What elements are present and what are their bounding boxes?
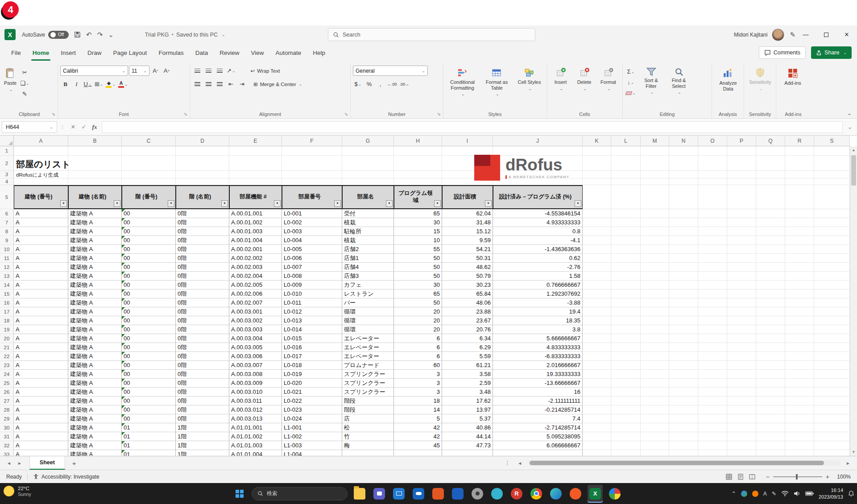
cell-L2[interactable] bbox=[611, 156, 641, 171]
column-header-K[interactable]: K bbox=[583, 136, 611, 146]
font-size-combo[interactable]: 11⌄ bbox=[129, 66, 149, 76]
cell-P23[interactable] bbox=[727, 361, 756, 370]
cell-M19[interactable] bbox=[641, 325, 669, 334]
cell-J33[interactable] bbox=[493, 450, 583, 456]
column-header-B[interactable]: B bbox=[68, 136, 122, 146]
cell-M1[interactable] bbox=[641, 146, 669, 156]
cell-K27[interactable] bbox=[583, 397, 611, 405]
row-number-32[interactable]: 32 bbox=[0, 441, 14, 450]
cell-G33[interactable] bbox=[342, 450, 394, 456]
bold-button[interactable]: B bbox=[60, 79, 70, 89]
cell-B24[interactable]: 建築物 A bbox=[68, 370, 122, 379]
cell-L7[interactable] bbox=[611, 218, 641, 227]
row-number-19[interactable]: 19 bbox=[0, 325, 14, 334]
cell-G9[interactable]: 植栽 bbox=[342, 236, 394, 245]
cell-P7[interactable] bbox=[727, 218, 756, 227]
cell-J28[interactable]: -0.214285714 bbox=[493, 405, 583, 414]
cell-N9[interactable] bbox=[669, 236, 698, 245]
start-button[interactable] bbox=[232, 485, 247, 503]
cell-M12[interactable] bbox=[641, 263, 669, 272]
cell-I23[interactable]: 61.21 bbox=[442, 361, 493, 370]
cell-D10[interactable]: 0階 bbox=[176, 245, 229, 254]
cell-N4[interactable] bbox=[669, 178, 698, 185]
cell-H25[interactable]: 3 bbox=[394, 379, 442, 388]
cell-O7[interactable] bbox=[698, 218, 727, 227]
cell-B13[interactable]: 建築物 A bbox=[68, 272, 122, 281]
tab-formulas[interactable]: Formulas bbox=[153, 44, 189, 62]
cell-B10[interactable]: 建築物 A bbox=[68, 245, 122, 254]
cell-G3[interactable] bbox=[342, 171, 394, 178]
cell-P32[interactable] bbox=[727, 441, 756, 450]
cell-L12[interactable] bbox=[611, 263, 641, 272]
cell-E24[interactable]: A.00.03.008 bbox=[229, 370, 282, 379]
cell-M27[interactable] bbox=[641, 397, 669, 405]
cell-J23[interactable]: 2.016666667 bbox=[493, 361, 583, 370]
cell-N17[interactable] bbox=[669, 307, 698, 316]
cell-N18[interactable] bbox=[669, 316, 698, 325]
cell-G6[interactable]: 受付 bbox=[342, 209, 394, 218]
cell-B5[interactable]: 建物 (名前)▼ bbox=[68, 185, 122, 209]
cell-K1[interactable] bbox=[583, 146, 611, 156]
cell-S2[interactable] bbox=[814, 156, 850, 171]
cell-F4[interactable] bbox=[282, 178, 342, 185]
cell-N8[interactable] bbox=[669, 227, 698, 236]
cell-L19[interactable] bbox=[611, 325, 641, 334]
increase-font-button[interactable]: A^ bbox=[150, 66, 161, 76]
cell-L3[interactable] bbox=[611, 171, 641, 178]
cell-N2[interactable] bbox=[669, 156, 698, 171]
cell-I22[interactable]: 5.59 bbox=[442, 352, 493, 361]
cell-A26[interactable]: A bbox=[14, 388, 68, 397]
format-as-table-button[interactable]: Format as Table ⌄ bbox=[480, 66, 513, 109]
cell-R14[interactable] bbox=[785, 281, 814, 289]
cell-K2[interactable] bbox=[583, 156, 611, 171]
accounting-format-button[interactable]: $⌄ bbox=[353, 79, 363, 89]
cell-M31[interactable] bbox=[641, 432, 669, 441]
cell-F1[interactable] bbox=[282, 146, 342, 156]
cell-P8[interactable] bbox=[727, 227, 756, 236]
search-box[interactable]: Search bbox=[328, 28, 535, 41]
cell-M18[interactable] bbox=[641, 316, 669, 325]
cell-G29[interactable]: 店 bbox=[342, 414, 394, 423]
column-header-H[interactable]: H bbox=[394, 136, 442, 146]
cell-H12[interactable]: 50 bbox=[394, 263, 442, 272]
font-name-combo[interactable]: Calibri⌄ bbox=[60, 66, 128, 76]
cell-Q17[interactable] bbox=[756, 307, 785, 316]
cell-F12[interactable]: L0-007 bbox=[282, 263, 342, 272]
name-box-resize-dots[interactable]: ⋮ bbox=[57, 124, 68, 130]
cell-H20[interactable]: 6 bbox=[394, 334, 442, 343]
cell-F20[interactable]: L0-015 bbox=[282, 334, 342, 343]
cell-D29[interactable]: 0階 bbox=[176, 414, 229, 423]
cell-R11[interactable] bbox=[785, 254, 814, 263]
cell-D15[interactable]: 0階 bbox=[176, 289, 229, 298]
cell-C15[interactable]: 00 bbox=[122, 289, 176, 298]
cell-Q13[interactable] bbox=[756, 272, 785, 281]
cell-S5[interactable] bbox=[814, 185, 850, 209]
column-header-S[interactable]: S bbox=[814, 136, 850, 146]
row-number-29[interactable]: 29 bbox=[0, 414, 14, 423]
orientation-button[interactable]: ↗⌄ bbox=[226, 66, 236, 76]
cell-D7[interactable]: 0階 bbox=[176, 218, 229, 227]
cell-H24[interactable]: 3 bbox=[394, 370, 442, 379]
sheet-nav-right-icon[interactable]: ► bbox=[17, 461, 22, 466]
cell-E11[interactable]: A.00.02.002 bbox=[229, 254, 282, 263]
cell-C17[interactable]: 00 bbox=[122, 307, 176, 316]
cell-Q30[interactable] bbox=[756, 423, 785, 432]
cell-Q32[interactable] bbox=[756, 441, 785, 450]
cell-Q12[interactable] bbox=[756, 263, 785, 272]
cell-E19[interactable]: A.00.03.003 bbox=[229, 325, 282, 334]
cell-L14[interactable] bbox=[611, 281, 641, 289]
cell-B16[interactable]: 建築物 A bbox=[68, 298, 122, 307]
cell-H31[interactable]: 42 bbox=[394, 432, 442, 441]
cell-S14[interactable] bbox=[814, 281, 850, 289]
cell-L8[interactable] bbox=[611, 227, 641, 236]
cell-L32[interactable] bbox=[611, 441, 641, 450]
row-number-8[interactable]: 8 bbox=[0, 227, 14, 236]
redo-icon[interactable]: ↷ bbox=[97, 31, 103, 39]
cell-B32[interactable]: 建築物 A bbox=[68, 441, 122, 450]
cell-M15[interactable] bbox=[641, 289, 669, 298]
column-header-J[interactable]: J bbox=[493, 136, 583, 146]
cell-M26[interactable] bbox=[641, 388, 669, 397]
cell-N25[interactable] bbox=[669, 379, 698, 388]
taskbar-app-teal[interactable] bbox=[489, 485, 505, 503]
cell-L6[interactable] bbox=[611, 209, 641, 218]
